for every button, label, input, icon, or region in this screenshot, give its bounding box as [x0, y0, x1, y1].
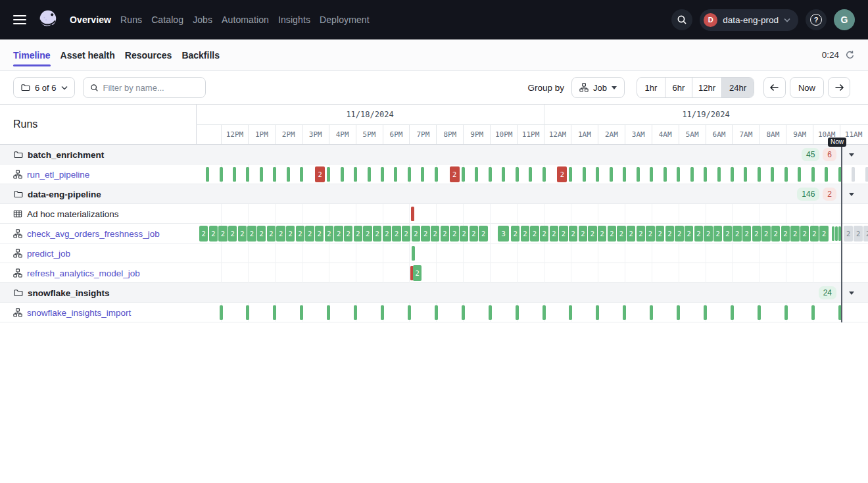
row-label[interactable]: Ad hoc materializations [27, 209, 119, 219]
run-box-red[interactable]: 2 [557, 166, 567, 182]
run-tick-green[interactable] [489, 305, 492, 320]
run-box-green[interactable]: 2 [431, 226, 439, 242]
run-tick-green[interactable] [825, 167, 828, 182]
group-by-select[interactable]: Job [571, 77, 625, 98]
help-button[interactable]: ? [806, 9, 827, 30]
run-tick-green[interactable] [637, 167, 640, 182]
run-tick-green[interactable] [811, 305, 815, 320]
run-tick-green[interactable] [435, 305, 438, 320]
run-tick-green[interactable] [623, 305, 626, 320]
run-box-green[interactable]: 2 [685, 226, 693, 242]
run-tick-green[interactable] [798, 167, 801, 182]
range-6hr[interactable]: 6hr [665, 78, 692, 97]
run-tick-green[interactable] [731, 167, 734, 182]
prev-window-button[interactable] [763, 77, 786, 98]
run-box-green[interactable]: 2 [550, 226, 558, 242]
run-box-green[interactable]: 2 [325, 226, 333, 242]
run-tick-green[interactable] [811, 167, 815, 182]
run-box-green[interactable]: 2 [470, 226, 478, 242]
run-box-green[interactable]: 2 [511, 226, 519, 242]
run-tick-green[interactable] [596, 305, 599, 320]
run-tick-green[interactable] [744, 167, 747, 182]
run-tick-green[interactable] [462, 305, 465, 320]
run-tick-green[interactable] [663, 167, 667, 182]
run-box-gray[interactable]: 2 [844, 226, 852, 242]
run-tick-green[interactable] [677, 305, 680, 320]
run-tick-green[interactable] [771, 167, 774, 182]
run-box-green[interactable]: 2 [296, 226, 304, 242]
expand-caret-icon[interactable] [849, 153, 854, 157]
run-box-green[interactable]: 2 [363, 226, 372, 242]
run-box-green[interactable]: 2 [344, 226, 352, 242]
run-tick-green[interactable] [596, 167, 599, 182]
run-tick-green[interactable] [542, 167, 546, 182]
run-tick-green[interactable] [341, 167, 344, 182]
row-label[interactable]: run_etl_pipeline [27, 170, 89, 180]
run-box-red[interactable]: 2 [315, 166, 325, 182]
repo-filter-button[interactable]: 6 of 6 [13, 77, 75, 98]
run-tick-green[interactable] [273, 167, 276, 182]
tab-backfills[interactable]: Backfills [181, 39, 220, 71]
run-box-green[interactable]: 2 [723, 226, 732, 242]
run-tick-green[interactable] [832, 226, 834, 241]
run-tick-green[interactable] [327, 167, 330, 182]
tab-resources[interactable]: Resources [125, 39, 172, 71]
tab-timeline[interactable]: Timeline [13, 39, 51, 71]
search-button[interactable] [671, 9, 692, 30]
run-box-green[interactable]: 2 [334, 226, 343, 242]
run-box-green[interactable]: 2 [617, 226, 625, 242]
run-tick-green[interactable] [246, 167, 249, 182]
run-box-green[interactable]: 2 [790, 226, 799, 242]
run-tick-green[interactable] [784, 167, 788, 182]
run-box-green[interactable]: 2 [569, 226, 577, 242]
range-1hr[interactable]: 1hr [637, 78, 665, 97]
row-label[interactable]: snowflake_insights_import [27, 308, 131, 318]
run-box-green[interactable]: 2 [521, 226, 529, 242]
run-box-green[interactable]: 2 [199, 226, 208, 242]
run-box-green[interactable]: 2 [656, 226, 664, 242]
run-box-green[interactable]: 2 [742, 226, 751, 242]
run-box-green[interactable]: 2 [402, 226, 410, 242]
run-tick-green[interactable] [421, 167, 424, 182]
run-tick-green[interactable] [462, 167, 465, 182]
run-box-green[interactable]: 2 [579, 226, 587, 242]
run-box-green[interactable]: 2 [450, 226, 458, 242]
run-tick-green[interactable] [220, 305, 223, 320]
nav-item-automation[interactable]: Automation [217, 14, 274, 25]
run-tick-green[interactable] [220, 167, 223, 182]
avatar[interactable]: G [834, 9, 855, 30]
run-box-gray[interactable]: 2 [854, 226, 862, 242]
run-box-green[interactable]: 2 [819, 226, 828, 242]
run-tick-green[interactable] [233, 167, 236, 182]
run-box-green[interactable]: 2 [810, 226, 819, 242]
run-box-green[interactable]: 2 [392, 226, 400, 242]
run-box-green[interactable]: 2 [218, 226, 227, 242]
run-tick-green[interactable] [354, 167, 357, 182]
run-tick-gray[interactable] [865, 167, 868, 182]
refresh-icon[interactable] [845, 50, 855, 60]
run-tick-green[interactable] [381, 305, 384, 320]
nav-item-insights[interactable]: Insights [274, 14, 315, 25]
run-box-green[interactable]: 2 [267, 226, 276, 242]
run-box-green[interactable]: 2 [460, 226, 468, 242]
run-box-green[interactable]: 2 [646, 226, 654, 242]
run-box-green[interactable]: 2 [276, 226, 285, 242]
run-tick-green[interactable] [704, 167, 707, 182]
next-window-button[interactable] [828, 77, 850, 98]
run-box-green[interactable]: 2 [421, 226, 429, 242]
run-box-green[interactable]: 2 [733, 226, 741, 242]
run-tick-green[interactable] [260, 167, 263, 182]
run-tick-green[interactable] [758, 305, 761, 320]
run-box-green[interactable]: 2 [247, 226, 256, 242]
now-button[interactable]: Now [790, 77, 824, 98]
run-tick-green[interactable] [690, 167, 694, 182]
run-tick-green[interactable] [583, 167, 586, 182]
run-tick-green[interactable] [610, 167, 613, 182]
run-box-green[interactable]: 2 [800, 226, 809, 242]
run-box-green[interactable]: 2 [627, 226, 635, 242]
run-tick-green[interactable] [354, 305, 357, 320]
run-tick-green[interactable] [435, 167, 438, 182]
run-tick-green[interactable] [381, 167, 384, 182]
run-tick-green[interactable] [502, 167, 505, 182]
nav-item-runs[interactable]: Runs [116, 14, 147, 25]
